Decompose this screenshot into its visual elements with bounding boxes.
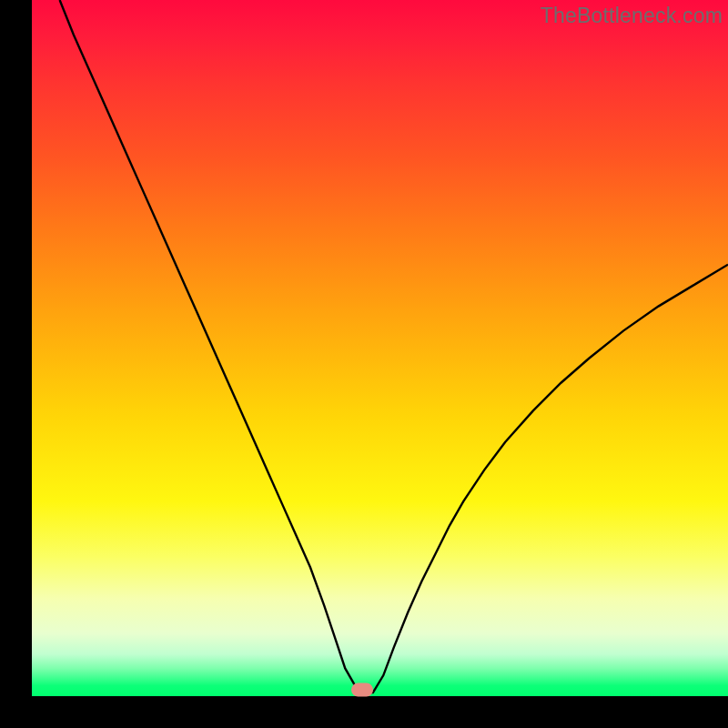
plot-area	[32, 0, 728, 696]
optimal-marker	[351, 683, 373, 697]
bottleneck-curve	[32, 0, 728, 696]
watermark-text: TheBottleneck.com	[541, 4, 723, 28]
chart-frame: TheBottleneck.com	[0, 0, 728, 728]
